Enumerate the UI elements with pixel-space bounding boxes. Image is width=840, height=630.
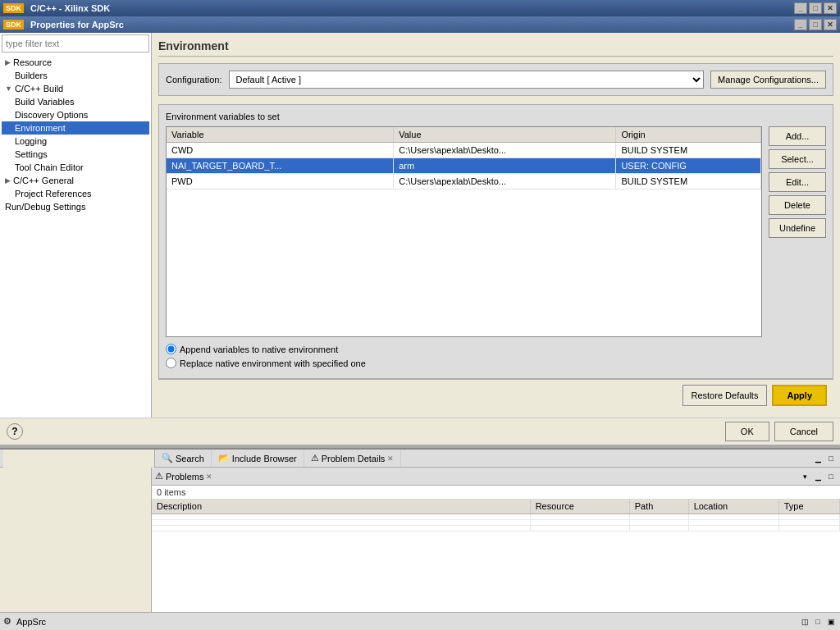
env-buttons: Add... Select... Edit... Delete Undefine [769, 126, 826, 337]
statusbar: ⚙ AppSrc ◫ □ ▣ [0, 612, 840, 630]
outer-titlebar-buttons[interactable]: _ □ ✕ [794, 2, 837, 14]
radio-append[interactable] [166, 344, 176, 354]
radio-append-label: Append variables to native environment [180, 345, 338, 354]
inner-window-title: Properties for AppSrc [30, 20, 124, 30]
statusbar-right: ◫ □ ▣ [799, 616, 837, 628]
help-button[interactable]: ? [7, 423, 23, 440]
sidebar-item-label: Discovery Options [15, 110, 88, 120]
search-icon: 🔍 [162, 453, 173, 463]
sidebar-item-build-variables[interactable]: Build Variables [2, 95, 149, 108]
table-cell-origin: BUILD SYSTEM [616, 174, 761, 189]
config-label: Configuration: [166, 75, 222, 84]
restore-defaults-button[interactable]: Restore Defaults [682, 385, 768, 406]
table-row[interactable]: CWDC:\Users\apexlab\Deskto...BUILD SYSTE… [167, 143, 761, 158]
tabs-row: 🔍 Search 📂 Include Browser ⚠ Problem Det… [155, 450, 837, 467]
sidebar-item-discovery-options[interactable]: Discovery Options [2, 108, 149, 121]
tree-panel: ▶ Resource Builders ▼ C/C++ Build Build … [0, 33, 152, 418]
sidebar-item-builders[interactable]: Builders [2, 69, 149, 82]
bottom-panel: 🔍 Search 📂 Include Browser ⚠ Problem Det… [0, 448, 840, 612]
problems-maximize-icon[interactable]: □ [825, 471, 837, 482]
dialog-footer: Restore Defaults Apply [158, 379, 833, 411]
sdk-badge-inner: SDK [3, 20, 24, 30]
problems-header-row: Description Resource Path Location Type [152, 499, 840, 514]
sidebar-item-project-references[interactable]: Project References [2, 187, 149, 200]
bottom-panel-controls[interactable]: ▁ □ [812, 453, 837, 464]
sidebar-item-label: C/C++ General [13, 176, 74, 185]
col-type: Type [778, 499, 839, 514]
problems-controls[interactable]: ▾ ▁ □ [799, 471, 837, 482]
ok-button[interactable]: OK [725, 422, 769, 441]
sidebar-item-cpp-general[interactable]: ▶ C/C++ General [2, 174, 149, 187]
table-row[interactable]: NAI_TARGET_BOARD_T...armUSER: CONFIG [167, 158, 761, 174]
expand-icon: ▶ [5, 58, 11, 66]
filter-input[interactable] [2, 34, 149, 52]
tab-problem-details[interactable]: ⚠ Problem Details ✕ [304, 450, 402, 467]
statusbar-btn-2[interactable]: □ [812, 616, 824, 628]
inner-titlebar-buttons[interactable]: _ □ ✕ [794, 19, 837, 30]
cancel-button[interactable]: Cancel [774, 422, 833, 441]
table-row[interactable]: PWDC:\Users\apexlab\Deskto...BUILD SYSTE… [167, 174, 761, 189]
sdk-badge-outer: SDK [3, 3, 24, 13]
table-cell-value: C:\Users\apexlab\Deskto... [394, 174, 616, 189]
sidebar-item-tool-chain-editor[interactable]: Tool Chain Editor [2, 161, 149, 174]
sidebar-item-cpp-build[interactable]: ▼ C/C++ Build [2, 82, 149, 95]
problems-view-menu-icon[interactable]: ▾ [799, 471, 810, 482]
sidebar-item-resource[interactable]: ▶ Resource [2, 56, 149, 69]
sidebar-item-run-debug-settings[interactable]: Run/Debug Settings [2, 200, 149, 213]
status-icon: ⚙ [3, 616, 11, 627]
tab-problem-details-label: Problem Details [322, 454, 386, 463]
col-description: Description [152, 499, 530, 514]
manage-configurations-button[interactable]: Manage Configurations... [710, 71, 826, 89]
maximize-bottom-button[interactable]: □ [825, 453, 837, 464]
problems-tab[interactable]: ⚠ Problems ✕ [155, 471, 212, 482]
dialog-body: ▶ Resource Builders ▼ C/C++ Build Build … [0, 33, 840, 418]
outer-titlebar: SDK C/C++ - Xilinx SDK _ □ ✕ [0, 0, 840, 16]
config-select[interactable]: Default [ Active ] [229, 71, 705, 89]
undefine-button[interactable]: Undefine [769, 218, 826, 238]
table-cell-origin: USER: CONFIG [616, 158, 761, 174]
statusbar-btn-1[interactable]: ◫ [799, 616, 810, 628]
table-row [152, 520, 840, 526]
expand-icon: ▶ [5, 176, 11, 185]
problems-tab-close-icon[interactable]: ✕ [206, 472, 212, 481]
sidebar-item-label: Project References [15, 189, 92, 199]
radio-row-replace: Replace native environment with specifie… [166, 358, 826, 368]
add-button[interactable]: Add... [769, 126, 826, 146]
table-cell-origin: BUILD SYSTEM [616, 143, 761, 158]
column-origin: Origin [616, 127, 761, 143]
tab-search[interactable]: 🔍 Search [155, 450, 212, 467]
sidebar-left-bottom [3, 450, 155, 468]
outer-window-title: C/C++ - Xilinx SDK [30, 3, 110, 13]
radio-row-append: Append variables to native environment [166, 344, 826, 354]
sidebar-item-logging[interactable]: Logging [2, 135, 149, 148]
statusbar-btn-3[interactable]: ▣ [825, 616, 837, 628]
delete-button[interactable]: Delete [769, 195, 826, 215]
inner-minimize-button[interactable]: _ [794, 19, 807, 30]
config-row: Configuration: Default [ Active ] Manage… [158, 63, 833, 96]
env-header-label: Environment variables to set [166, 112, 826, 121]
table-cell-variable: PWD [167, 174, 394, 189]
env-table: Variable Value Origin CWDC:\Users\apexla… [167, 127, 761, 189]
tab-include-browser[interactable]: 📂 Include Browser [212, 450, 304, 467]
sidebar-item-label: Environment [15, 123, 66, 133]
table-header-row: Variable Value Origin [167, 127, 761, 143]
apply-button[interactable]: Apply [772, 385, 827, 406]
table-row [152, 514, 840, 520]
problems-minimize-icon[interactable]: ▁ [812, 471, 824, 482]
statusbar-left: ⚙ AppSrc [3, 616, 46, 627]
restore-button[interactable]: □ [809, 2, 822, 14]
inner-restore-button[interactable]: □ [809, 19, 822, 30]
tab-close-icon[interactable]: ✕ [387, 454, 394, 463]
inner-close-button[interactable]: ✕ [824, 19, 837, 30]
close-button[interactable]: ✕ [824, 2, 837, 14]
edit-button[interactable]: Edit... [769, 172, 826, 192]
select-button[interactable]: Select... [769, 149, 826, 169]
column-variable: Variable [167, 127, 394, 143]
minimize-bottom-button[interactable]: ▁ [812, 453, 824, 464]
sidebar-item-settings[interactable]: Settings [2, 148, 149, 161]
tab-include-browser-label: Include Browser [232, 454, 297, 463]
problems-panel: ⚠ Problems ✕ ▾ ▁ □ 0 items Description [152, 468, 840, 612]
minimize-button[interactable]: _ [794, 2, 807, 14]
sidebar-item-environment[interactable]: Environment [2, 121, 149, 135]
radio-replace[interactable] [166, 358, 176, 368]
